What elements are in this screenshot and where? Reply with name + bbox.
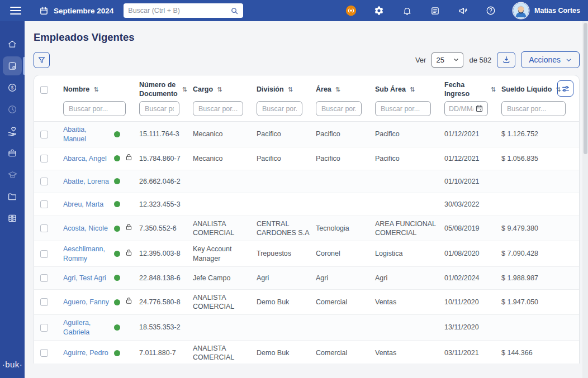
filter-button[interactable]: [34, 52, 50, 68]
filter-input-numero-de-documento[interactable]: [139, 101, 179, 116]
global-search-input[interactable]: [128, 7, 230, 15]
row-checkbox[interactable]: [40, 349, 48, 357]
column-header-fecha-ingreso[interactable]: Fecha Ingreso⇅: [444, 81, 501, 98]
filter-input-sueldo-liquido[interactable]: [501, 101, 566, 116]
sidebar-item-time[interactable]: [0, 100, 25, 119]
sidebar-item-training[interactable]: [0, 165, 25, 184]
cell-start-date: 03/11/2021: [444, 348, 501, 357]
cell-division: Demo Buk: [257, 348, 316, 357]
avatar: [513, 3, 529, 18]
filter-input-nombre[interactable]: [63, 101, 126, 116]
status-active-dot: [114, 275, 120, 281]
employee-name-link[interactable]: Aeschlimann, Rommy: [63, 245, 110, 263]
cell-area: Agri: [316, 274, 375, 283]
download-button[interactable]: [497, 52, 515, 68]
column-header-nombre[interactable]: Nombre⇅: [54, 85, 139, 94]
page-size-select[interactable]: 25: [431, 52, 463, 68]
sidebar-item-employees[interactable]: [0, 56, 25, 75]
user-name: Matias Cortes: [534, 7, 580, 15]
row-checkbox[interactable]: [40, 324, 48, 332]
column-label: Cargo: [193, 85, 213, 94]
column-header-sub-area[interactable]: Sub Área⇅: [375, 85, 444, 94]
engagement-icon[interactable]: [345, 5, 357, 16]
employee-name-link[interactable]: Abaitia, Manuel: [63, 125, 110, 143]
period-selector[interactable]: Septiembre 2024: [39, 6, 113, 16]
sort-icon[interactable]: ⇅: [217, 85, 222, 93]
sidebar-item-home[interactable]: [0, 35, 25, 54]
column-label: Área: [316, 85, 331, 94]
status-active-dot: [114, 178, 120, 184]
sort-icon[interactable]: ⇅: [182, 85, 187, 93]
sort-icon[interactable]: ⇅: [93, 85, 98, 93]
main-content: Empleados Vigentes Ver 25 de 582 Accione…: [25, 21, 588, 378]
cell-position: Jefe Campo: [193, 274, 257, 283]
column-settings-button[interactable]: [557, 80, 573, 97]
employee-name-link[interactable]: Aguirre, Pedro: [63, 348, 110, 357]
notifications-icon[interactable]: [401, 5, 412, 16]
news-icon[interactable]: [429, 5, 440, 16]
employee-name-link[interactable]: Aguilera, Gabriela: [63, 318, 110, 337]
sort-icon[interactable]: ⇅: [288, 85, 293, 93]
cell-net-salary: $ 1.947.050: [501, 298, 579, 307]
employee-name-link[interactable]: Abarca, Angel: [63, 154, 110, 163]
row-checkbox[interactable]: [40, 178, 48, 185]
filter-input-fecha-ingreso[interactable]: [449, 105, 473, 113]
folder-icon: [7, 192, 17, 202]
cell-document: 12.395.003-8: [139, 249, 193, 258]
column-header-numero-de-documento[interactable]: Número de Documento⇅: [139, 81, 193, 98]
cell-position: Key Account Manager: [193, 245, 257, 263]
row-checkbox[interactable]: [40, 224, 48, 232]
cell-start-date: 13/11/2020: [444, 323, 501, 332]
help-icon[interactable]: [485, 5, 496, 16]
actions-button[interactable]: Acciones: [521, 51, 580, 68]
cell-start-date: 01/08/2020: [444, 249, 501, 258]
row-checkbox[interactable]: [40, 250, 48, 258]
table-row: Abatte, Lorena26.662.046-201/10/2021: [34, 170, 579, 193]
employee-name-link[interactable]: Abatte, Lorena: [63, 177, 110, 186]
sort-icon[interactable]: ⇅: [491, 85, 496, 93]
status-active-dot: [114, 350, 120, 356]
search-icon: [230, 7, 239, 15]
row-checkbox[interactable]: [40, 155, 48, 162]
filter-input-division[interactable]: [257, 101, 302, 116]
employee-name-link[interactable]: Acosta, Nicole: [63, 224, 110, 233]
archive-icon: [7, 213, 17, 223]
sidebar-item-organization[interactable]: [0, 209, 25, 228]
sidebar-item-jobs[interactable]: [0, 143, 25, 162]
cell-document: 18.535.353-2: [139, 323, 193, 332]
date-filter[interactable]: [444, 101, 488, 116]
page-scrollbar[interactable]: [582, 21, 588, 378]
employee-name-link[interactable]: Abreu, Marta: [63, 200, 110, 209]
row-checkbox[interactable]: [40, 298, 48, 306]
row-checkbox[interactable]: [40, 274, 48, 282]
row-checkbox[interactable]: [40, 131, 48, 138]
column-label: División: [257, 85, 284, 94]
cell-name: Abarca, Angel: [54, 153, 139, 164]
employee-name-link[interactable]: Agri, Test Agri: [63, 274, 110, 283]
column-header-division[interactable]: División⇅: [257, 85, 316, 94]
filter-input-cargo[interactable]: [193, 101, 243, 116]
sort-icon[interactable]: ⇅: [335, 85, 340, 93]
cell-area: Pacifico: [316, 130, 375, 138]
column-header-cargo[interactable]: Cargo⇅: [193, 85, 257, 94]
filter-input-area[interactable]: [316, 101, 362, 116]
filter-input-sub-area[interactable]: [375, 101, 431, 116]
employee-name-link[interactable]: Aguero, Fanny: [63, 298, 110, 307]
cell-position: ANALISTA COMERCIAL: [193, 344, 257, 362]
cell-document: 15.111.764-3: [139, 130, 193, 138]
sort-icon[interactable]: ⇅: [410, 85, 415, 93]
row-checkbox[interactable]: [40, 200, 48, 208]
user-menu[interactable]: Matias Cortes: [513, 3, 580, 18]
global-search[interactable]: [124, 3, 243, 18]
sidebar-item-documents[interactable]: [0, 187, 25, 206]
cell-start-date: 30/03/2022: [444, 200, 501, 209]
column-header-area[interactable]: Área⇅: [316, 85, 375, 94]
select-all-checkbox[interactable]: [40, 86, 48, 94]
menu-icon[interactable]: [10, 7, 21, 15]
sidebar-item-benefits[interactable]: [0, 122, 25, 141]
lock-icon: [125, 296, 133, 307]
settings-icon[interactable]: [373, 5, 385, 16]
announcements-icon[interactable]: [457, 5, 468, 16]
sidebar-item-remunerations[interactable]: $: [0, 78, 25, 97]
scrollbar-thumb[interactable]: [584, 23, 587, 154]
